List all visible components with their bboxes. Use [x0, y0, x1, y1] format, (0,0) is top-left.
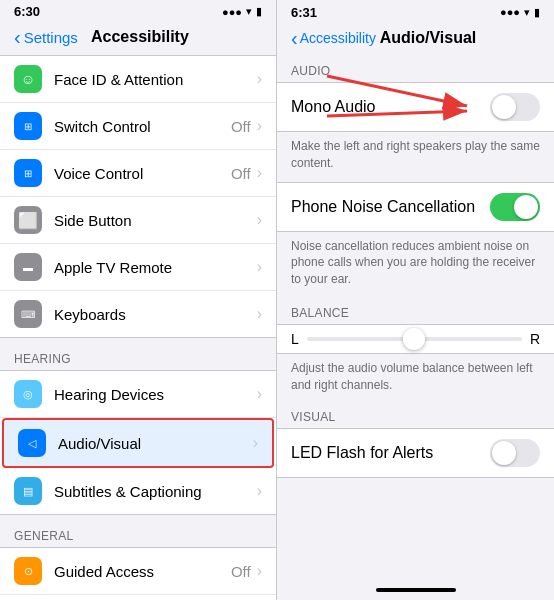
- led-flash-toggle-knob: [492, 441, 516, 465]
- battery-icon: ▮: [256, 5, 262, 18]
- guided-access-chevron: ›: [257, 562, 262, 580]
- left-nav-bar: Settings Accessibility: [0, 23, 276, 55]
- left-back-button[interactable]: Settings: [14, 27, 78, 47]
- subtitles-chevron: ›: [257, 482, 262, 500]
- switch-control-label: Switch Control: [54, 118, 231, 135]
- side-button-label: Side Button: [54, 212, 257, 229]
- general-group: ⊙ Guided Access Off › ◎ Accessibility Sh…: [0, 547, 276, 600]
- audio-visual-chevron: ›: [253, 434, 258, 452]
- hearing-section-label: HEARING: [0, 338, 276, 370]
- balance-r-label: R: [530, 331, 540, 347]
- phone-noise-group: Phone Noise Cancellation: [277, 182, 554, 232]
- keyboards-chevron: ›: [257, 305, 262, 323]
- left-status-bar: 6:30 ●●● ▾ ▮: [0, 0, 276, 23]
- right-page-title: Audio/Visual: [380, 29, 477, 47]
- keyboards-icon: ⌨: [14, 300, 42, 328]
- right-status-bar: 6:31 ●●● ▾ ▮: [277, 0, 554, 24]
- phone-noise-label: Phone Noise Cancellation: [291, 198, 490, 216]
- mono-audio-row[interactable]: Mono Audio: [277, 83, 554, 131]
- phone-noise-row[interactable]: Phone Noise Cancellation: [277, 183, 554, 231]
- left-top-group: ☺ Face ID & Attention › ⊞ Switch Control…: [0, 55, 276, 338]
- sidebar-item-voice-control[interactable]: ⊞ Voice Control Off ›: [0, 150, 276, 197]
- subtitles-label: Subtitles & Captioning: [54, 483, 257, 500]
- phone-noise-desc: Noise cancellation reduces ambient noise…: [277, 232, 554, 298]
- right-panel: 6:31 ●●● ▾ ▮ Accessibility Audio/Visual …: [277, 0, 554, 600]
- guided-access-value: Off: [231, 563, 251, 580]
- left-status-icons: ●●● ▾ ▮: [222, 5, 262, 18]
- sidebar-item-audio-visual[interactable]: ◁ Audio/Visual ›: [2, 418, 274, 468]
- left-page-title: Accessibility: [91, 28, 189, 46]
- general-section-label: GENERAL: [0, 515, 276, 547]
- mono-audio-desc: Make the left and right speakers play th…: [277, 132, 554, 182]
- switch-control-icon: ⊞: [14, 112, 42, 140]
- voice-control-label: Voice Control: [54, 165, 231, 182]
- led-flash-group: LED Flash for Alerts: [277, 428, 554, 478]
- right-bottom-bar: [376, 588, 456, 592]
- balance-desc: Adjust the audio volume balance between …: [277, 354, 554, 402]
- sidebar-item-apple-tv[interactable]: ▬ Apple TV Remote ›: [0, 244, 276, 291]
- voice-control-icon: ⊞: [14, 159, 42, 187]
- sidebar-item-switch-control[interactable]: ⊞ Switch Control Off ›: [0, 103, 276, 150]
- subtitles-icon: ▤: [14, 477, 42, 505]
- face-id-label: Face ID & Attention: [54, 71, 257, 88]
- led-flash-toggle[interactable]: [490, 439, 540, 467]
- led-flash-row[interactable]: LED Flash for Alerts: [277, 429, 554, 477]
- mono-audio-toggle-knob: [492, 95, 516, 119]
- side-button-chevron: ›: [257, 211, 262, 229]
- side-button-icon: ⬜: [14, 206, 42, 234]
- left-time: 6:30: [14, 4, 40, 19]
- face-id-chevron: ›: [257, 70, 262, 88]
- phone-noise-toggle[interactable]: [490, 193, 540, 221]
- sidebar-item-side-button[interactable]: ⬜ Side Button ›: [0, 197, 276, 244]
- wifi-icon: ▾: [246, 5, 252, 18]
- audio-visual-icon: ◁: [18, 429, 46, 457]
- sidebar-item-guided-access[interactable]: ⊙ Guided Access Off ›: [0, 548, 276, 595]
- voice-control-value: Off: [231, 165, 251, 182]
- hearing-devices-chevron: ›: [257, 385, 262, 403]
- guided-access-icon: ⊙: [14, 557, 42, 585]
- face-id-icon: ☺: [14, 65, 42, 93]
- sidebar-item-face-id[interactable]: ☺ Face ID & Attention ›: [0, 56, 276, 103]
- voice-control-chevron: ›: [257, 164, 262, 182]
- right-time: 6:31: [291, 5, 317, 20]
- sidebar-item-subtitles[interactable]: ▤ Subtitles & Captioning ›: [0, 468, 276, 514]
- hearing-devices-icon: ◎: [14, 380, 42, 408]
- switch-control-value: Off: [231, 118, 251, 135]
- apple-tv-chevron: ›: [257, 258, 262, 276]
- signal-icon: ●●●: [222, 6, 242, 18]
- balance-section-label: BALANCE: [277, 298, 554, 324]
- phone-noise-toggle-knob: [514, 195, 538, 219]
- led-flash-label: LED Flash for Alerts: [291, 444, 490, 462]
- balance-slider-row[interactable]: L R: [277, 324, 554, 354]
- right-nav-bar: Accessibility Audio/Visual: [277, 24, 554, 56]
- mono-audio-toggle[interactable]: [490, 93, 540, 121]
- balance-slider-track[interactable]: [307, 337, 522, 341]
- visual-section-label: VISUAL: [277, 402, 554, 428]
- keyboards-label: Keyboards: [54, 306, 257, 323]
- sidebar-item-hearing-devices[interactable]: ◎ Hearing Devices ›: [0, 371, 276, 418]
- sidebar-item-keyboards[interactable]: ⌨ Keyboards ›: [0, 291, 276, 337]
- sidebar-item-accessibility-shortcut[interactable]: ◎ Accessibility Shortcut Magnifier ›: [0, 595, 276, 600]
- hearing-devices-label: Hearing Devices: [54, 386, 257, 403]
- audio-visual-label: Audio/Visual: [58, 435, 253, 452]
- balance-l-label: L: [291, 331, 299, 347]
- right-status-icons: ●●● ▾ ▮: [500, 6, 540, 19]
- apple-tv-label: Apple TV Remote: [54, 259, 257, 276]
- right-spacer: [277, 478, 554, 588]
- right-signal-icon: ●●●: [500, 6, 520, 18]
- right-back-button[interactable]: Accessibility: [291, 28, 376, 48]
- apple-tv-icon: ▬: [14, 253, 42, 281]
- switch-control-chevron: ›: [257, 117, 262, 135]
- balance-slider-knob: [403, 328, 425, 350]
- right-wifi-icon: ▾: [524, 6, 530, 19]
- guided-access-label: Guided Access: [54, 563, 231, 580]
- right-battery-icon: ▮: [534, 6, 540, 19]
- mono-audio-label: Mono Audio: [291, 98, 490, 116]
- mono-audio-group: Mono Audio: [277, 82, 554, 132]
- left-panel: 6:30 ●●● ▾ ▮ Settings Accessibility ☺ Fa…: [0, 0, 277, 600]
- hearing-group: ◎ Hearing Devices › ◁ Audio/Visual › ▤ S…: [0, 370, 276, 515]
- audio-section-label: AUDIO: [277, 56, 554, 82]
